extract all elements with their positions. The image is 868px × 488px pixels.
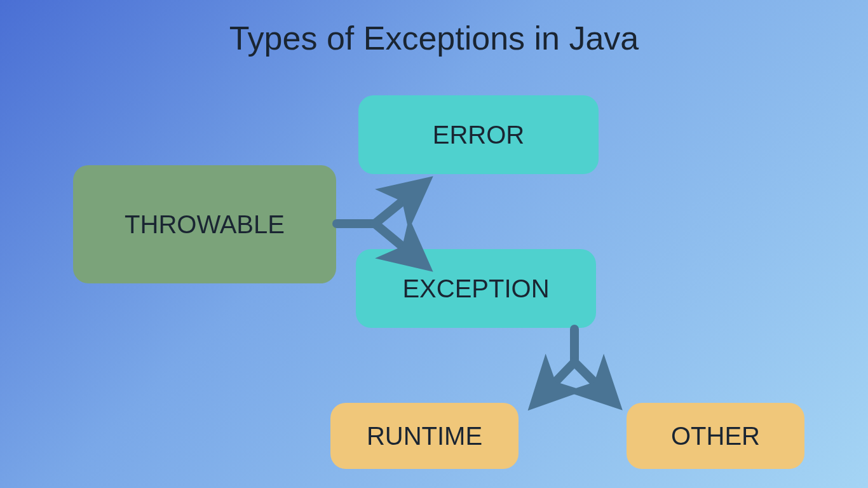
- node-error: ERROR: [358, 95, 599, 174]
- node-exception: EXCEPTION: [356, 249, 596, 328]
- node-throwable: THROWABLE: [73, 165, 336, 283]
- node-other: OTHER: [627, 403, 804, 469]
- node-runtime: RUNTIME: [330, 403, 519, 469]
- diagram-title: Types of Exceptions in Java: [0, 19, 868, 57]
